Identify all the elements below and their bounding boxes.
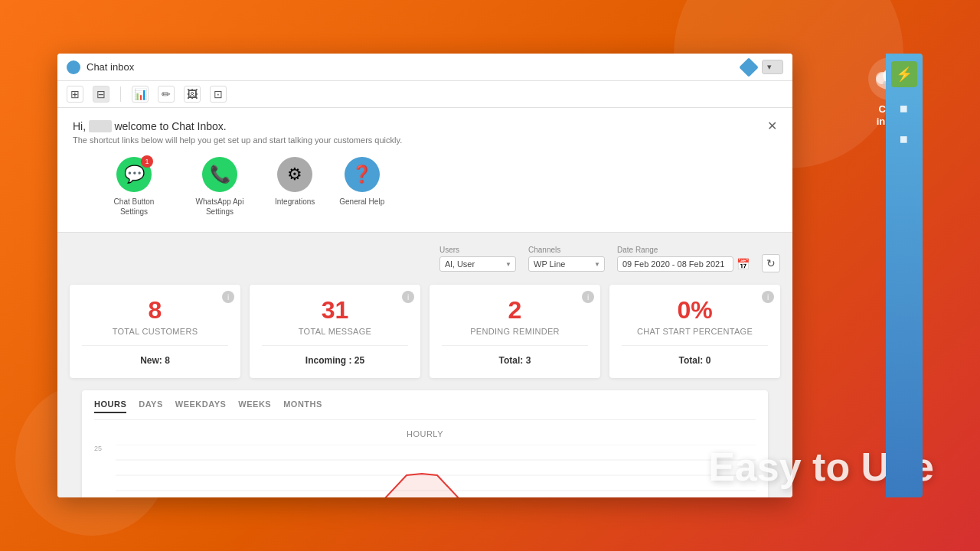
- tab-months[interactable]: MONTHS: [283, 399, 322, 413]
- username-redacted: User: [89, 120, 112, 132]
- toolbar-separator: [120, 86, 121, 102]
- help-icon: ❓: [345, 157, 380, 192]
- date-input[interactable]: [617, 256, 733, 272]
- shortcut-general-help[interactable]: ❓ General Help: [339, 157, 384, 207]
- box-icon[interactable]: ⊡: [210, 86, 227, 103]
- stat-label-reminder: PENDING REMINDER: [470, 327, 560, 336]
- main-window: Chat inbox ▾ ⊞ ⊟ 📊 ✏ 🖼 ⊡ ✕ Hi, User welc…: [57, 54, 792, 497]
- tab-weekdays[interactable]: WEEKDAYS: [175, 399, 227, 413]
- date-label: Date Range: [617, 246, 750, 254]
- channels-select[interactable]: WP Line: [528, 256, 605, 272]
- shortcut-badge: 1: [141, 155, 153, 168]
- integrations-icon: ⚙: [277, 157, 312, 192]
- info-icon-2[interactable]: i: [402, 291, 414, 303]
- stat-pending-reminder: i 2 PENDING REMINDER Total: 3: [430, 285, 600, 378]
- stat-chat-start: i 0% CHAT START PERCENTAGE Total: 0: [609, 285, 780, 378]
- tab-weeks[interactable]: WEEKS: [238, 399, 271, 413]
- whatsapp-chat-icon: 💬 1: [116, 157, 152, 192]
- shortcut-whatsapp-api[interactable]: 📞 WhatsApp Api Settings: [189, 157, 250, 217]
- users-filter: Users Al, User: [439, 246, 516, 272]
- chart-tabs: HOURS DAYS WEEKDAYS WEEKS MONTHS: [94, 399, 756, 420]
- close-banner-button[interactable]: ✕: [767, 120, 777, 132]
- stat-value-message: 31: [322, 297, 349, 324]
- svg-marker-16: [116, 474, 756, 497]
- power-button[interactable]: ⚡: [891, 61, 917, 87]
- channels-filter: Channels WP Line: [528, 246, 605, 272]
- chart-y-axis: 25 20: [94, 445, 102, 497]
- grid-icon[interactable]: ⊟: [93, 86, 109, 103]
- toolbar: ⊞ ⊟ 📊 ✏ 🖼 ⊡: [57, 81, 792, 108]
- shortcut-label-whatsapp: WhatsApp Api Settings: [189, 197, 250, 217]
- svg-point-10: [71, 63, 77, 68]
- shortcut-icons-row: 💬 1 Chat Button Settings 📞 WhatsApp Api …: [73, 157, 777, 217]
- stat-label-percentage: CHAT START PERCENTAGE: [637, 327, 753, 336]
- stats-row: i 8 TOTAL CUSTOMERS New: 8 i 31 TOTAL ME…: [70, 285, 780, 378]
- stat-label-customers: TOTAL CUSTOMERS: [113, 327, 198, 336]
- tab-days[interactable]: DAYS: [139, 399, 163, 413]
- y-label-25: 25: [94, 445, 102, 452]
- app-logo-icon: [67, 60, 80, 74]
- info-icon-3[interactable]: i: [582, 291, 594, 303]
- stat-sub-percentage: Total: 0: [679, 355, 711, 366]
- stat-sub-reminder: Total: 3: [499, 355, 531, 366]
- stat-value-customers: 8: [149, 297, 162, 324]
- stat-label-message: TOTAL MESSAGE: [299, 327, 371, 336]
- stat-divider-3: [442, 345, 588, 346]
- welcome-banner: ✕ Hi, User welcome to Chat Inbox. The sh…: [57, 108, 792, 233]
- shortcut-chat-button[interactable]: 💬 1 Chat Button Settings: [103, 157, 165, 217]
- title-diamond-icon: [739, 57, 758, 77]
- chart-title: HOURLY: [94, 429, 756, 439]
- stat-value-percentage: 0%: [677, 297, 712, 324]
- welcome-subtitle: The shortcut links below will help you g…: [73, 135, 777, 145]
- welcome-title: Hi, User welcome to Chat Inbox.: [73, 120, 777, 132]
- dashboard-section: Users Al, User Channels WP Line: [57, 233, 792, 497]
- refresh-button[interactable]: ↻: [762, 254, 780, 272]
- info-icon-4[interactable]: i: [762, 291, 774, 303]
- shortcut-integrations[interactable]: ⚙ Integrations: [275, 157, 315, 207]
- filters-row: Users Al, User Channels WP Line: [70, 245, 780, 272]
- stat-divider-2: [262, 345, 408, 346]
- stat-total-message: i 31 TOTAL MESSAGE Incoming : 25: [250, 285, 420, 378]
- users-select[interactable]: Al, User: [439, 256, 516, 272]
- channels-label: Channels: [528, 246, 605, 254]
- diamond-sidebar-icon[interactable]: ◆: [890, 94, 919, 122]
- whatsapp-api-icon: 📞: [202, 157, 237, 192]
- calendar-icon[interactable]: 📅: [737, 258, 750, 270]
- stat-sub-message: Incoming : 25: [305, 355, 364, 366]
- stat-sub-customers: New: 8: [140, 355, 170, 366]
- app-title: Chat inbox: [87, 61, 134, 73]
- stat-divider-4: [622, 345, 768, 346]
- shortcut-label-integrations: Integrations: [275, 197, 315, 207]
- stat-value-reminder: 2: [508, 297, 522, 324]
- title-bar: Chat inbox ▾: [57, 54, 792, 81]
- tab-hours[interactable]: HOURS: [94, 399, 126, 413]
- shortcut-label-chat: Chat Button Settings: [103, 197, 165, 217]
- stat-divider-1: [82, 345, 228, 346]
- users-select-wrap: Al, User: [439, 256, 516, 272]
- info-icon-1[interactable]: i: [222, 291, 234, 303]
- title-dropdown[interactable]: ▾: [762, 60, 783, 74]
- edit-icon[interactable]: ✏: [158, 86, 175, 103]
- chart-icon[interactable]: 📊: [132, 86, 149, 103]
- chart-svg: [116, 445, 756, 497]
- chart-area: 25 20: [94, 445, 756, 497]
- diamond-sidebar-icon-2[interactable]: ◆: [890, 125, 919, 153]
- right-sidebar: ⚡ ◆ ◆: [886, 54, 923, 497]
- stat-total-customers: i 8 TOTAL CUSTOMERS New: 8: [70, 285, 240, 378]
- chart-section: HOURS DAYS WEEKDAYS WEEKS MONTHS HOURLY …: [82, 390, 768, 497]
- home-icon[interactable]: ⊞: [67, 86, 83, 103]
- users-label: Users: [439, 246, 516, 254]
- image-icon[interactable]: 🖼: [184, 86, 201, 103]
- date-filter: Date Range 📅: [617, 246, 750, 272]
- shortcut-label-help: General Help: [339, 197, 384, 207]
- content-area: ✕ Hi, User welcome to Chat Inbox. The sh…: [57, 108, 792, 497]
- channels-select-wrap: WP Line: [528, 256, 605, 272]
